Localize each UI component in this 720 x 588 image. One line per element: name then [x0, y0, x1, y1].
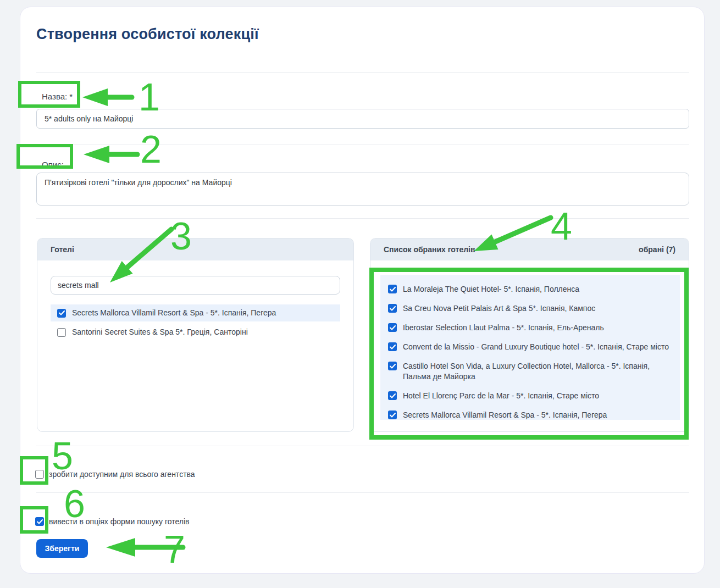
check-icon — [390, 393, 396, 398]
divider — [36, 446, 689, 446]
selected-hotels-panel-title: Список обраних готелів — [384, 245, 475, 254]
hotel-label: Sa Creu Nova Petit Palais Art & Spa 5*. … — [403, 303, 595, 314]
hotel-checkbox[interactable] — [57, 309, 66, 318]
hotel-checkbox[interactable] — [388, 323, 397, 332]
description-field-label: Опис: — [42, 160, 64, 169]
hotel-checkbox[interactable] — [388, 362, 397, 370]
selected-hotel-row[interactable]: Secrets Mallorca Villamil Resort & Spa -… — [388, 406, 672, 420]
name-field-label: Назва: * — [42, 92, 73, 101]
hotel-label: Santorini Secret Suites & Spa 5*. Греція… — [72, 327, 248, 337]
hotel-checkbox[interactable] — [388, 342, 397, 351]
search-form-option-label: вивести в опціях форми пошуку готелів — [49, 517, 190, 526]
hotel-search-result-row[interactable]: Santorini Secret Suites & Spa 5*. Греція… — [51, 324, 340, 341]
divider — [36, 218, 689, 219]
divider — [36, 72, 689, 73]
check-icon — [390, 413, 396, 418]
hotel-label: Convent de la Missio - Grand Luxury Bout… — [403, 342, 669, 352]
hotel-label: La Moraleja The Quiet Hotel- 5*. Іспанія… — [403, 284, 579, 295]
check-icon — [390, 345, 396, 350]
selected-hotel-row[interactable]: Convent de la Missio - Grand Luxury Bout… — [388, 337, 672, 357]
hotel-checkbox[interactable] — [388, 391, 397, 400]
hotel-checkbox[interactable] — [388, 411, 397, 419]
selected-hotels-list: La Moraleja The Quiet Hotel- 5*. Іспанія… — [380, 275, 680, 420]
hotel-checkbox[interactable] — [388, 304, 397, 313]
hotel-label: Castillo Hotel Son Vida, a Luxury Collec… — [403, 361, 672, 382]
divider — [36, 492, 689, 493]
hotels-panel: Готелі Secrets Mallorca Villamil Resort … — [37, 238, 354, 432]
selected-hotels-panel: Список обраних готелів обрані (7) La Mor… — [370, 238, 689, 432]
hotel-search-results: Secrets Mallorca Villamil Resort & Spa -… — [51, 304, 340, 341]
check-icon — [390, 306, 396, 311]
hotel-search-result-row[interactable]: Secrets Mallorca Villamil Resort & Spa -… — [51, 304, 340, 321]
hotel-checkbox[interactable] — [57, 328, 66, 337]
selected-hotel-row[interactable]: Castillo Hotel Son Vida, a Luxury Collec… — [388, 357, 672, 386]
check-icon — [59, 310, 65, 315]
selected-hotel-row[interactable]: Iberostar Selection Llaut Palma - 5*. Іс… — [388, 318, 672, 337]
search-form-option-row: вивести в опціях форми пошуку готелів — [35, 517, 190, 526]
hotel-label: Secrets Mallorca Villamil Resort & Spa -… — [72, 308, 276, 318]
selected-hotel-row[interactable]: La Moraleja The Quiet Hotel- 5*. Іспанія… — [388, 280, 672, 299]
check-icon — [37, 519, 43, 524]
agency-option-row: зробити доступним для всього агентства — [35, 470, 195, 479]
hotels-panel-title: Готелі — [51, 245, 74, 254]
collection-description-input[interactable]: П'ятизіркові готелі "тільки для дорослих… — [36, 173, 689, 206]
selected-hotel-row[interactable]: Sa Creu Nova Petit Palais Art & Spa 5*. … — [388, 299, 672, 318]
hotels-panel-body: Secrets Mallorca Villamil Resort & Spa -… — [37, 260, 353, 356]
check-icon — [390, 287, 396, 292]
hotel-search-input[interactable] — [51, 276, 340, 295]
create-collection-card: Створення особистої колекції Назва: * Оп… — [20, 7, 705, 574]
hotel-label: Iberostar Selection Llaut Palma - 5*. Іс… — [403, 323, 604, 333]
check-icon — [390, 325, 396, 330]
hotels-panel-header: Готелі — [37, 238, 353, 260]
agency-access-checkbox[interactable] — [35, 470, 44, 479]
hotel-label: Secrets Mallorca Villamil Resort & Spa -… — [403, 410, 607, 420]
hotel-checkbox[interactable] — [388, 285, 397, 293]
agency-access-label: зробити доступним для всього агентства — [49, 470, 195, 479]
search-form-option-checkbox[interactable] — [35, 517, 44, 526]
page-title: Створення особистої колекції — [36, 26, 259, 43]
selected-count-badge: обрані (7) — [639, 245, 675, 254]
divider — [36, 145, 689, 145]
collection-name-input[interactable] — [36, 109, 689, 129]
selected-hotels-panel-header: Список обраних готелів обрані (7) — [370, 238, 689, 260]
save-button[interactable]: Зберегти — [36, 539, 88, 558]
hotel-label: Hotel El Llorenç Parc de la Mar - 5*. Іс… — [403, 391, 599, 401]
selected-hotel-row[interactable]: Hotel El Llorenç Parc de la Mar - 5*. Іс… — [388, 386, 672, 406]
check-icon — [390, 364, 396, 369]
